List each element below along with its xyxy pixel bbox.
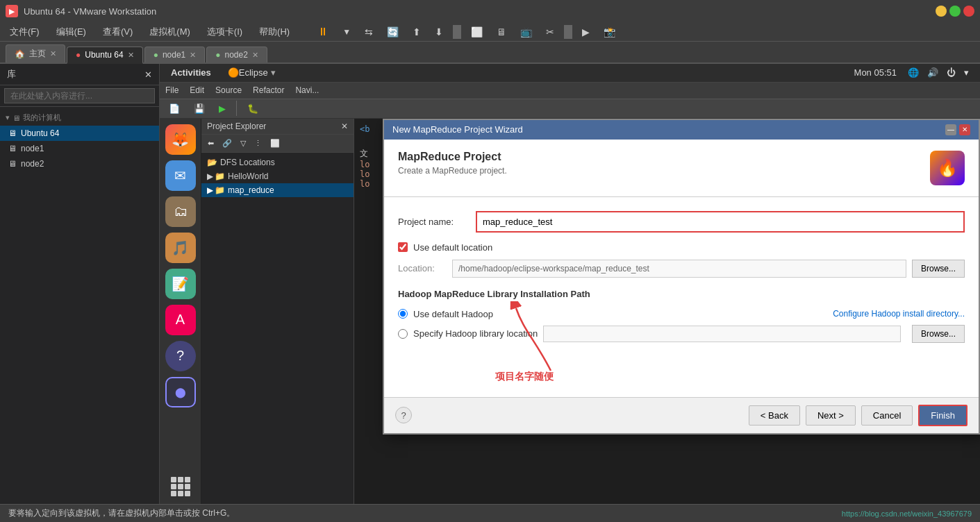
dock-apps[interactable]: A: [165, 305, 196, 335]
menu-view[interactable]: 查看(V): [99, 24, 137, 40]
tab-node2[interactable]: ● node2 ✕: [206, 47, 267, 62]
node1-icon: ●: [153, 50, 158, 60]
vm-icon-ubuntu64: 🖥: [8, 128, 17, 138]
vm-item-node1[interactable]: 🖥 node1: [0, 141, 159, 156]
eclipse-menu-edit[interactable]: Edit: [190, 85, 204, 95]
eclipse-save-btn[interactable]: 💾: [188, 101, 211, 117]
finish-button[interactable]: Finish: [918, 405, 967, 426]
maximize-button[interactable]: [949, 6, 961, 17]
menu-edit[interactable]: 编辑(E): [52, 24, 90, 40]
menu-help[interactable]: 帮助(H): [255, 24, 294, 40]
dialog-header: MapReduce Project Create a MapReduce pro…: [384, 140, 979, 197]
toolbar-icon-6[interactable]: 🖥: [492, 25, 510, 39]
next-button[interactable]: Next >: [806, 405, 856, 426]
tab-node2-close[interactable]: ✕: [252, 51, 258, 60]
toolbar-icon-4[interactable]: ⬇: [431, 25, 447, 39]
vmware-content: 库 ✕ ▾ 🖥 我的计算机 🖥 Ubuntu 64 🖥 node1: [0, 64, 980, 522]
menu-file[interactable]: 文件(F): [6, 24, 44, 40]
project-name-label: Project name:: [398, 217, 467, 227]
dialog-header-text: MapReduce Project Create a MapReduce pro…: [398, 151, 507, 176]
pe-maximize-btn[interactable]: ⬜: [267, 137, 283, 150]
use-default-hadoop-label: Use default Hadoop: [413, 309, 493, 319]
hadoop-browse-btn[interactable]: Browse...: [912, 325, 965, 343]
mr-icon: 📁: [215, 185, 225, 195]
toolbar-icon-1[interactable]: ⇆: [360, 25, 377, 39]
dock-text[interactable]: 📝: [165, 269, 196, 299]
dialog-close-btn[interactable]: ✕: [959, 124, 970, 135]
cancel-button[interactable]: Cancel: [861, 405, 913, 426]
specify-hadoop-radio[interactable]: [398, 329, 408, 339]
menu-vm[interactable]: 虚拟机(M): [145, 24, 194, 40]
dock-music[interactable]: 🎵: [165, 233, 196, 263]
toolbar-icon-9[interactable]: ▶: [578, 25, 594, 39]
eclipse-menu-file[interactable]: File: [165, 85, 178, 95]
toolbar-icon-10[interactable]: 📸: [599, 25, 620, 39]
pe-more-btn[interactable]: ⋮: [251, 137, 265, 150]
location-label: Location:: [398, 263, 447, 273]
vmware-statusbar: 要将输入定向到该虚拟机，请在虚拟机内部单击或按 Ctrl+G。 https://…: [0, 504, 980, 522]
menu-tab[interactable]: 选项卡(I): [203, 24, 247, 40]
dock-eclipse[interactable]: ⬤: [165, 377, 196, 407]
use-default-hadoop-radio[interactable]: [398, 309, 408, 319]
vm-icon-node1: 🖥: [8, 144, 17, 153]
tab-ubuntu64-close[interactable]: ✕: [128, 51, 134, 60]
pe-link-btn[interactable]: 🔗: [219, 137, 235, 150]
tab-node1[interactable]: ● node1 ✕: [144, 47, 206, 62]
dock-help[interactable]: ?: [165, 341, 196, 371]
eclipse-menubar: File Edit Source Refactor Navi...: [160, 83, 980, 99]
vm-panel-title: 库: [7, 68, 16, 81]
eclipse-menu-navi[interactable]: Navi...: [295, 85, 319, 95]
dock-firefox[interactable]: 🦊: [165, 124, 196, 155]
pe-item-dfs[interactable]: 📂 DFS Locations: [201, 155, 354, 169]
dropdown-icon[interactable]: ▾: [271, 67, 276, 78]
home-icon: 🏠: [15, 49, 25, 59]
project-explorer: Project Explorer ✕ ⬅ 🔗 ▽ ⋮ ⬜ 📂: [201, 119, 354, 507]
tabs-bar: 🏠 主页 ✕ ● Ubuntu 64 ✕ ● node1 ✕ ● node2 ✕: [0, 42, 980, 64]
close-button[interactable]: [963, 6, 974, 17]
vm-item-ubuntu64[interactable]: 🖥 Ubuntu 64: [0, 126, 159, 141]
eclipse-menu-refactor[interactable]: Refactor: [253, 85, 284, 95]
linux-topbar: Activities 🟠 Eclipse ▾ Mon 05:51 🌐 🔊 ⏻ ▾: [160, 64, 980, 83]
pe-close-icon[interactable]: ✕: [341, 121, 348, 131]
pe-item-helloworld[interactable]: ▶ 📁 HelloWorld: [201, 169, 354, 183]
tab-home-label: 主页: [29, 48, 46, 60]
tab-node1-label: node1: [163, 50, 185, 60]
activities-button[interactable]: Activities: [171, 67, 211, 78]
back-button[interactable]: < Back: [749, 405, 800, 426]
project-name-input[interactable]: [476, 211, 965, 233]
tab-ubuntu64[interactable]: ● Ubuntu 64 ✕: [67, 47, 143, 64]
dock-grid[interactable]: [171, 477, 190, 496]
toolbar-icon-3[interactable]: ⬆: [408, 25, 425, 39]
dock-email[interactable]: ✉: [165, 160, 196, 191]
vm-search-input[interactable]: [4, 88, 155, 103]
pause-icon[interactable]: ⏸: [313, 24, 333, 40]
eclipse-menu-source[interactable]: Source: [215, 85, 242, 95]
dialog-minimize-btn[interactable]: —: [945, 124, 956, 135]
pe-item-mapreduce[interactable]: ▶ 📁 map_reduce: [201, 183, 354, 197]
location-input[interactable]: [452, 260, 906, 278]
pe-filter-btn[interactable]: ▽: [237, 137, 249, 150]
help-button[interactable]: ?: [395, 407, 412, 423]
tab-node1-close[interactable]: ✕: [190, 51, 196, 60]
hadoop-path-input[interactable]: [543, 326, 901, 342]
dock-files[interactable]: 🗂: [165, 196, 196, 227]
location-browse-btn[interactable]: Browse...: [912, 260, 965, 278]
tab-home-close[interactable]: ✕: [50, 49, 56, 58]
eclipse-new-btn[interactable]: 📄: [163, 101, 186, 117]
eclipse-debug-btn[interactable]: 🐛: [241, 101, 265, 117]
vm-item-node2[interactable]: 🖥 node2: [0, 156, 159, 171]
sep2: [564, 25, 572, 39]
vm-panel-close[interactable]: ✕: [144, 69, 152, 80]
toolbar-icon-8[interactable]: ✂: [542, 25, 558, 39]
toolbar-icon-2[interactable]: 🔄: [383, 25, 403, 39]
toolbar-icon-5[interactable]: ⬜: [467, 25, 487, 39]
use-default-location-checkbox[interactable]: [398, 242, 408, 252]
toolbar-icon-7[interactable]: 📺: [516, 25, 536, 39]
sys-menu-icon[interactable]: ▾: [964, 67, 969, 78]
dialog-header-icon: 🔥: [930, 151, 965, 185]
minimize-button[interactable]: [936, 6, 947, 17]
configure-link[interactable]: Configure Hadoop install directory...: [833, 309, 965, 319]
eclipse-run-btn[interactable]: ▶: [213, 101, 232, 117]
tab-home[interactable]: 🏠 主页 ✕: [6, 44, 65, 62]
pe-collapse-btn[interactable]: ⬅: [204, 137, 217, 150]
